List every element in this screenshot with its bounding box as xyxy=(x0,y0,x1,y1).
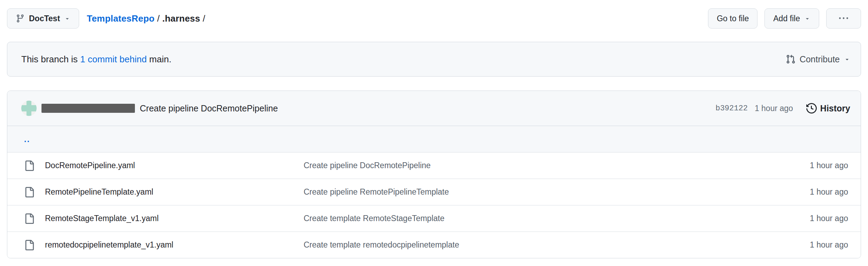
repo-file-browser: DocTest TemplatesRepo / .harness / Go to… xyxy=(0,0,868,258)
parent-directory-link[interactable]: .. xyxy=(24,134,30,144)
file-icon xyxy=(24,161,35,171)
branch-status-prefix: This branch is xyxy=(21,54,80,64)
commit-author-avatar[interactable] xyxy=(21,101,37,116)
go-to-file-label: Go to file xyxy=(717,14,749,23)
repo-overflow-menu-button[interactable] xyxy=(826,8,861,29)
file-icon xyxy=(24,187,35,197)
history-label: History xyxy=(820,103,850,114)
git-pull-request-icon xyxy=(786,54,795,64)
branch-status-banner: This branch is 1 commit behind main. Con… xyxy=(7,42,861,77)
file-name-link[interactable]: RemotePipelineTemplate.yaml xyxy=(45,187,153,197)
branch-status-suffix: main. xyxy=(147,54,172,64)
add-file-label: Add file xyxy=(773,14,800,23)
file-commit-message-link[interactable]: Create template remotedocpipelinetemplat… xyxy=(304,240,810,250)
commit-hash-link[interactable]: b392122 xyxy=(715,104,747,113)
branch-name: DocTest xyxy=(29,14,60,23)
chevron-down-icon xyxy=(804,15,810,22)
file-commit-message-link[interactable]: Create template RemoteStageTemplate xyxy=(304,214,810,223)
commit-author-name-redacted[interactable] xyxy=(41,104,135,113)
add-file-button[interactable]: Add file xyxy=(764,8,819,29)
file-name-link[interactable]: remotedocpipelinetemplate_v1.yaml xyxy=(45,240,173,250)
repo-header: DocTest TemplatesRepo / .harness / Go to… xyxy=(7,8,861,29)
table-row: remotedocpipelinetemplate_v1.yaml Create… xyxy=(7,232,861,258)
file-name-cell: RemoteStageTemplate_v1.yaml xyxy=(24,213,304,224)
history-link[interactable]: History xyxy=(806,103,850,114)
commit-timestamp: 1 hour ago xyxy=(755,104,793,113)
branch-status-text: This branch is 1 commit behind main. xyxy=(21,54,172,65)
file-name-cell: remotedocpipelinetemplate_v1.yaml xyxy=(24,240,304,250)
file-name-link[interactable]: RemoteStageTemplate_v1.yaml xyxy=(45,214,159,223)
file-icon xyxy=(24,240,35,250)
latest-commit-header: Create pipeline DocRemotePipeline b39212… xyxy=(7,91,861,126)
chevron-down-icon xyxy=(64,15,70,22)
file-icon xyxy=(24,213,35,224)
breadcrumb-repo-link[interactable]: TemplatesRepo xyxy=(87,13,154,24)
file-name-cell: RemotePipelineTemplate.yaml xyxy=(24,187,304,197)
file-age: 1 hour ago xyxy=(810,214,848,223)
git-branch-icon xyxy=(16,14,25,23)
table-row: RemoteStageTemplate_v1.yaml Create templ… xyxy=(7,205,861,232)
repo-header-left: DocTest TemplatesRepo / .harness / xyxy=(7,8,205,29)
avatar-plus-icon xyxy=(21,105,37,111)
parent-directory-row: .. xyxy=(7,126,861,152)
breadcrumb-current-path: .harness xyxy=(162,13,200,24)
commits-behind-link[interactable]: 1 commit behind xyxy=(80,54,147,64)
branch-selector-button[interactable]: DocTest xyxy=(7,8,79,29)
latest-commit-meta: b392122 1 hour ago History xyxy=(715,103,850,114)
file-age: 1 hour ago xyxy=(810,161,848,170)
table-row: DocRemotePipeline.yaml Create pipeline D… xyxy=(7,152,861,179)
file-name-link[interactable]: DocRemotePipeline.yaml xyxy=(45,161,135,170)
contribute-button[interactable]: Contribute xyxy=(786,54,850,64)
repo-header-actions: Go to file Add file xyxy=(708,8,861,29)
kebab-horizontal-icon xyxy=(839,14,848,23)
contribute-label: Contribute xyxy=(800,54,840,64)
file-commit-message-link[interactable]: Create pipeline RemotePipelineTemplate xyxy=(304,187,810,197)
history-icon xyxy=(806,103,817,114)
breadcrumb-trailing-slash: / xyxy=(200,13,205,24)
breadcrumb-separator: / xyxy=(154,13,162,24)
table-row: RemotePipelineTemplate.yaml Create pipel… xyxy=(7,179,861,205)
file-commit-message-link[interactable]: Create pipeline DocRemotePipeline xyxy=(304,161,810,170)
chevron-down-icon xyxy=(844,56,850,62)
file-age: 1 hour ago xyxy=(810,187,848,197)
latest-commit-message[interactable]: Create pipeline DocRemotePipeline xyxy=(140,103,278,114)
file-list-container: Create pipeline DocRemotePipeline b39212… xyxy=(7,91,861,258)
breadcrumb: TemplatesRepo / .harness / xyxy=(87,13,205,24)
file-name-cell: DocRemotePipeline.yaml xyxy=(24,161,304,171)
go-to-file-button[interactable]: Go to file xyxy=(708,8,757,29)
file-age: 1 hour ago xyxy=(810,240,848,250)
